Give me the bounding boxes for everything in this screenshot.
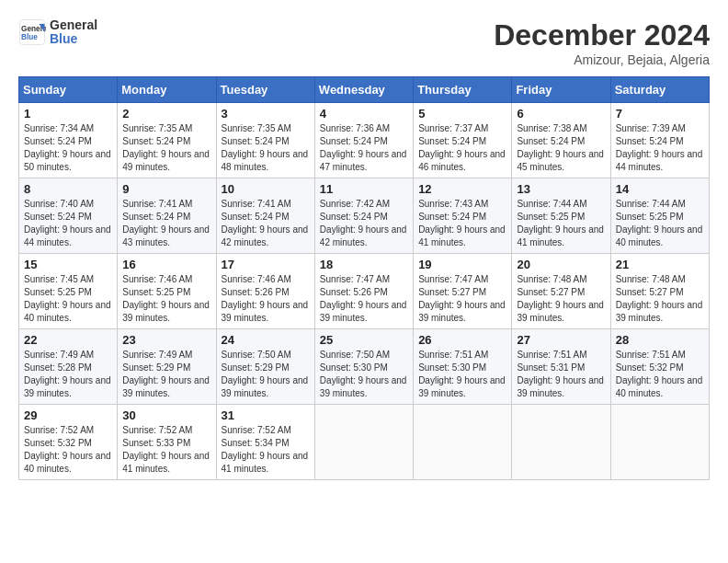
day-number: 9 bbox=[122, 182, 210, 196]
col-friday: Friday bbox=[512, 77, 610, 103]
calendar-week-row: 8Sunrise: 7:40 AMSunset: 5:24 PMDaylight… bbox=[19, 178, 710, 254]
day-number: 6 bbox=[517, 107, 605, 121]
calendar-cell: 28Sunrise: 7:51 AMSunset: 5:32 PMDayligh… bbox=[610, 329, 709, 405]
calendar-cell: 12Sunrise: 7:43 AMSunset: 5:24 PMDayligh… bbox=[414, 178, 512, 254]
calendar-week-row: 1Sunrise: 7:34 AMSunset: 5:24 PMDaylight… bbox=[19, 103, 710, 178]
day-info: Sunrise: 7:37 AMSunset: 5:24 PMDaylight:… bbox=[418, 122, 506, 174]
day-number: 19 bbox=[418, 258, 506, 271]
day-info: Sunrise: 7:52 AMSunset: 5:32 PMDaylight:… bbox=[24, 424, 112, 476]
day-info: Sunrise: 7:36 AMSunset: 5:24 PMDaylight:… bbox=[320, 122, 408, 174]
day-info: Sunrise: 7:35 AMSunset: 5:24 PMDaylight:… bbox=[222, 122, 310, 174]
day-number: 8 bbox=[24, 182, 112, 196]
day-number: 26 bbox=[418, 333, 506, 347]
calendar-cell: 29Sunrise: 7:52 AMSunset: 5:32 PMDayligh… bbox=[19, 405, 118, 480]
logo-blue-text: Blue bbox=[50, 32, 97, 46]
calendar-cell: 3Sunrise: 7:35 AMSunset: 5:24 PMDaylight… bbox=[216, 103, 314, 178]
calendar-header-row: Sunday Monday Tuesday Wednesday Thursday… bbox=[19, 77, 710, 103]
day-number: 4 bbox=[320, 107, 408, 121]
calendar-cell: 21Sunrise: 7:48 AMSunset: 5:27 PMDayligh… bbox=[610, 254, 709, 329]
day-info: Sunrise: 7:50 AMSunset: 5:29 PMDaylight:… bbox=[222, 349, 310, 400]
day-number: 10 bbox=[222, 182, 310, 196]
day-info: Sunrise: 7:48 AMSunset: 5:27 PMDaylight:… bbox=[517, 273, 605, 325]
calendar-cell: 7Sunrise: 7:39 AMSunset: 5:24 PMDaylight… bbox=[610, 103, 709, 178]
day-number: 7 bbox=[616, 107, 704, 121]
calendar-week-row: 29Sunrise: 7:52 AMSunset: 5:32 PMDayligh… bbox=[19, 405, 710, 480]
day-number: 27 bbox=[517, 333, 605, 347]
day-info: Sunrise: 7:44 AMSunset: 5:25 PMDaylight:… bbox=[517, 198, 605, 249]
calendar-cell: 25Sunrise: 7:50 AMSunset: 5:30 PMDayligh… bbox=[314, 329, 413, 405]
day-number: 20 bbox=[517, 258, 605, 271]
calendar-cell: 30Sunrise: 7:52 AMSunset: 5:33 PMDayligh… bbox=[118, 405, 216, 480]
calendar-cell: 27Sunrise: 7:51 AMSunset: 5:31 PMDayligh… bbox=[512, 329, 610, 405]
calendar-cell: 14Sunrise: 7:44 AMSunset: 5:25 PMDayligh… bbox=[610, 178, 709, 254]
day-number: 28 bbox=[616, 333, 704, 347]
calendar-cell: 13Sunrise: 7:44 AMSunset: 5:25 PMDayligh… bbox=[512, 178, 610, 254]
day-info: Sunrise: 7:38 AMSunset: 5:24 PMDaylight:… bbox=[517, 122, 605, 174]
day-number: 3 bbox=[222, 107, 310, 121]
calendar-cell: 1Sunrise: 7:34 AMSunset: 5:24 PMDaylight… bbox=[19, 103, 118, 178]
calendar-cell: 23Sunrise: 7:49 AMSunset: 5:29 PMDayligh… bbox=[118, 329, 216, 405]
day-info: Sunrise: 7:47 AMSunset: 5:27 PMDaylight:… bbox=[418, 273, 506, 325]
day-info: Sunrise: 7:39 AMSunset: 5:24 PMDaylight:… bbox=[616, 122, 704, 174]
calendar-cell: 19Sunrise: 7:47 AMSunset: 5:27 PMDayligh… bbox=[414, 254, 512, 329]
day-info: Sunrise: 7:35 AMSunset: 5:24 PMDaylight:… bbox=[122, 122, 210, 174]
day-info: Sunrise: 7:42 AMSunset: 5:24 PMDaylight:… bbox=[320, 198, 408, 249]
day-number: 15 bbox=[24, 258, 112, 271]
day-info: Sunrise: 7:46 AMSunset: 5:26 PMDaylight:… bbox=[222, 273, 310, 325]
col-saturday: Saturday bbox=[610, 77, 709, 103]
calendar-cell: 16Sunrise: 7:46 AMSunset: 5:25 PMDayligh… bbox=[118, 254, 216, 329]
calendar-week-row: 15Sunrise: 7:45 AMSunset: 5:25 PMDayligh… bbox=[19, 254, 710, 329]
day-number: 1 bbox=[24, 107, 112, 121]
day-info: Sunrise: 7:46 AMSunset: 5:25 PMDaylight:… bbox=[122, 273, 210, 325]
day-number: 22 bbox=[24, 333, 112, 347]
day-number: 25 bbox=[320, 333, 408, 347]
calendar-cell: 15Sunrise: 7:45 AMSunset: 5:25 PMDayligh… bbox=[19, 254, 118, 329]
day-number: 31 bbox=[222, 408, 310, 422]
day-number: 17 bbox=[222, 258, 310, 271]
calendar-cell bbox=[414, 405, 512, 480]
day-info: Sunrise: 7:47 AMSunset: 5:26 PMDaylight:… bbox=[320, 273, 408, 325]
day-info: Sunrise: 7:50 AMSunset: 5:30 PMDaylight:… bbox=[320, 349, 408, 400]
calendar-cell: 31Sunrise: 7:52 AMSunset: 5:34 PMDayligh… bbox=[216, 405, 314, 480]
day-number: 11 bbox=[320, 182, 408, 196]
calendar-cell: 2Sunrise: 7:35 AMSunset: 5:24 PMDaylight… bbox=[118, 103, 216, 178]
day-number: 16 bbox=[122, 258, 210, 271]
day-info: Sunrise: 7:41 AMSunset: 5:24 PMDaylight:… bbox=[122, 198, 210, 249]
calendar-cell: 20Sunrise: 7:48 AMSunset: 5:27 PMDayligh… bbox=[512, 254, 610, 329]
day-info: Sunrise: 7:49 AMSunset: 5:28 PMDaylight:… bbox=[24, 349, 112, 400]
day-info: Sunrise: 7:52 AMSunset: 5:34 PMDaylight:… bbox=[222, 424, 310, 476]
day-info: Sunrise: 7:40 AMSunset: 5:24 PMDaylight:… bbox=[24, 198, 112, 249]
calendar-cell: 17Sunrise: 7:46 AMSunset: 5:26 PMDayligh… bbox=[216, 254, 314, 329]
day-info: Sunrise: 7:52 AMSunset: 5:33 PMDaylight:… bbox=[122, 424, 210, 476]
col-thursday: Thursday bbox=[414, 77, 512, 103]
day-info: Sunrise: 7:48 AMSunset: 5:27 PMDaylight:… bbox=[616, 273, 704, 325]
day-number: 2 bbox=[122, 107, 210, 121]
day-number: 12 bbox=[418, 182, 506, 196]
calendar-week-row: 22Sunrise: 7:49 AMSunset: 5:28 PMDayligh… bbox=[19, 329, 710, 405]
svg-text:Blue: Blue bbox=[21, 33, 38, 41]
calendar-cell: 18Sunrise: 7:47 AMSunset: 5:26 PMDayligh… bbox=[314, 254, 413, 329]
calendar-cell: 24Sunrise: 7:50 AMSunset: 5:29 PMDayligh… bbox=[216, 329, 314, 405]
calendar-cell: 5Sunrise: 7:37 AMSunset: 5:24 PMDaylight… bbox=[414, 103, 512, 178]
col-tuesday: Tuesday bbox=[216, 77, 314, 103]
col-monday: Monday bbox=[118, 77, 216, 103]
title-area: December 2024 Amizour, Bejaia, Algeria bbox=[494, 18, 710, 67]
calendar-cell: 4Sunrise: 7:36 AMSunset: 5:24 PMDaylight… bbox=[314, 103, 413, 178]
day-info: Sunrise: 7:51 AMSunset: 5:30 PMDaylight:… bbox=[418, 349, 506, 400]
day-info: Sunrise: 7:34 AMSunset: 5:24 PMDaylight:… bbox=[24, 122, 112, 174]
day-number: 14 bbox=[616, 182, 704, 196]
calendar-cell: 10Sunrise: 7:41 AMSunset: 5:24 PMDayligh… bbox=[216, 178, 314, 254]
logo-general-text: General bbox=[50, 18, 97, 32]
day-number: 21 bbox=[616, 258, 704, 271]
calendar-cell: 22Sunrise: 7:49 AMSunset: 5:28 PMDayligh… bbox=[19, 329, 118, 405]
logo: General Blue General Blue bbox=[18, 18, 97, 47]
month-title: December 2024 bbox=[494, 18, 710, 52]
calendar-cell bbox=[314, 405, 413, 480]
day-number: 24 bbox=[222, 333, 310, 347]
calendar-table: Sunday Monday Tuesday Wednesday Thursday… bbox=[18, 76, 710, 480]
calendar-cell bbox=[610, 405, 709, 480]
page-header: General Blue General Blue December 2024 … bbox=[18, 18, 710, 67]
day-info: Sunrise: 7:41 AMSunset: 5:24 PMDaylight:… bbox=[222, 198, 310, 249]
day-number: 18 bbox=[320, 258, 408, 271]
location-text: Amizour, Bejaia, Algeria bbox=[494, 52, 710, 67]
